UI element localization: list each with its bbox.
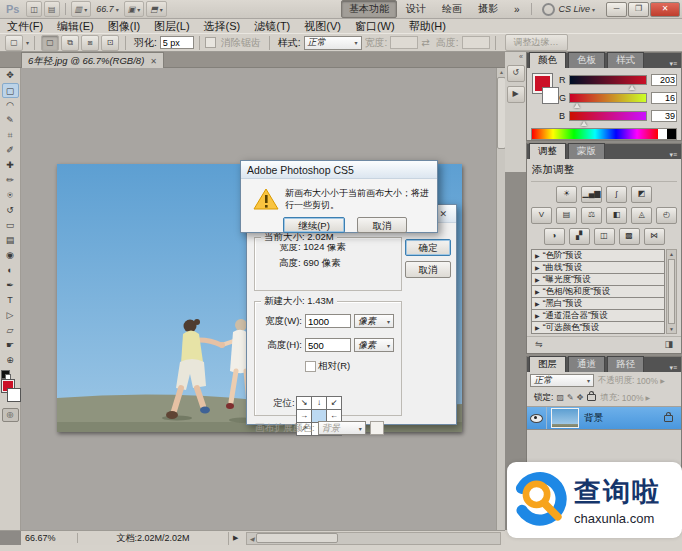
close-button[interactable]: ✕ [650,2,680,17]
black-swatch[interactable] [667,129,676,139]
expand-icon[interactable]: ▶ [535,324,540,331]
mini-bridge-icon[interactable]: ▤ [44,1,60,17]
zoom-level-box[interactable]: 66.7▾ [92,3,123,16]
tab-masks[interactable]: 蒙版 [568,143,605,159]
tab-swatches[interactable]: 色板 [568,52,605,68]
expand-icon[interactable]: ▶ [535,312,540,319]
brightness-contrast-icon[interactable]: ☀ [556,186,577,203]
cs-live-button[interactable]: CS Live▾ [542,3,595,16]
red-value-input[interactable] [651,74,677,86]
expanded-view-icon[interactable]: ◨ [664,339,673,349]
warning-titlebar[interactable]: Adobe Photoshop CS5 [241,161,437,179]
gradient-tool[interactable]: ▤ [2,233,19,248]
horizontal-scrollbar[interactable]: ◀ [246,532,501,545]
continue-button[interactable]: 继续(P) [283,217,345,233]
layer-row-background[interactable]: 背景 [527,407,681,430]
collapse-panels-icon[interactable]: « [505,52,526,61]
crop-tool[interactable]: ⌗ [2,128,19,143]
selection-add-icon[interactable]: ⧉ [61,35,79,51]
width-input[interactable] [390,36,418,49]
swap-dimensions-icon[interactable]: ⇄ [421,37,429,48]
tool-preset-icon[interactable]: ▢ [5,35,23,51]
visibility-cell[interactable] [527,407,547,429]
anchor-top[interactable]: ↓ [311,396,327,410]
opacity-arrow-icon[interactable]: ▶ [660,377,665,384]
panel-menu-icon[interactable]: ▾≡ [665,60,681,68]
fill-value[interactable]: 100% [622,393,644,403]
tab-channels[interactable]: 通道 [568,356,605,372]
cancel-button[interactable]: 取消 [405,261,451,278]
antialias-checkbox[interactable] [205,37,216,48]
vibrance-icon[interactable]: V [531,207,552,224]
expand-icon[interactable]: ▶ [535,252,540,259]
document-tab[interactable]: 6年轻.jpg @ 66.7%(RGB/8) ✕ [21,52,164,69]
type-tool[interactable]: T [2,293,19,308]
green-value-input[interactable] [651,92,677,104]
menu-layer[interactable]: 图层(L) [147,19,196,34]
lock-transparency-icon[interactable]: ▨ [556,393,564,402]
tab-color[interactable]: 颜色 [529,52,566,68]
spectrum[interactable] [532,129,658,139]
scrollbar-thumb[interactable] [668,259,675,324]
menu-help[interactable]: 帮助(H) [402,19,453,34]
move-tool[interactable]: ✥ [2,68,19,83]
panel-menu-icon[interactable]: ▾≡ [665,151,681,159]
selection-subtract-icon[interactable]: ⧈ [81,35,99,51]
shape-tool[interactable]: ▱ [2,323,19,338]
view-extras-icon[interactable]: ▥▾ [71,1,92,17]
eye-icon[interactable] [530,414,543,423]
scroll-up-icon[interactable]: ▲ [669,250,674,258]
anchor-top-left[interactable]: ↘ [296,396,312,410]
slider-thumb[interactable] [629,85,635,90]
selection-intersect-icon[interactable]: ⊡ [101,35,119,51]
anchor-top-right[interactable]: ↙ [326,396,342,410]
quick-selection-tool[interactable]: ✎ [2,113,19,128]
tab-adjustments[interactable]: 调整 [529,143,566,159]
menu-edit[interactable]: 编辑(E) [50,19,101,34]
ok-button[interactable]: 确定 [405,239,451,256]
zoom-tool[interactable]: ⊕ [2,353,19,368]
scroll-down-icon[interactable]: ▼ [669,325,674,333]
workspace-essentials[interactable]: 基本功能 [341,0,397,18]
warning-cancel-button[interactable]: 取消 [357,217,407,233]
lock-pixels-icon[interactable]: ✎ [567,393,574,402]
style-select[interactable]: 正常▾ [304,36,362,50]
panel-menu-icon[interactable]: ▾≡ [665,364,681,372]
blend-mode-select[interactable]: 正常▾ [530,374,594,387]
levels-icon[interactable]: ▁▄▆ [581,186,602,203]
dialog-close-icon[interactable]: ✕ [436,209,450,219]
new-width-input[interactable] [305,314,351,328]
tab-layers[interactable]: 图层 [529,356,566,372]
lock-position-icon[interactable]: ✥ [577,393,584,402]
width-unit-select[interactable]: 像素▾ [354,314,394,328]
new-height-input[interactable] [305,338,351,352]
scroll-left-icon[interactable]: ◀ [247,535,256,542]
relative-checkbox[interactable] [305,361,316,372]
preset-selective-color[interactable]: ▶“可选颜色”预设 [531,321,665,334]
workspace-overflow-button[interactable]: » [507,3,527,16]
spot-healing-brush-tool[interactable]: ✚ [2,158,19,173]
menu-view[interactable]: 视图(V) [297,19,348,34]
history-brush-tool[interactable]: ↺ [2,203,19,218]
extension-color-swatch[interactable] [370,421,384,435]
rectangular-marquee-tool[interactable]: ▢ [2,83,19,98]
background-color-swatch[interactable] [542,87,559,104]
black-white-icon[interactable]: ◧ [606,207,627,224]
quick-mask-button[interactable]: ◎ [2,408,19,422]
clone-stamp-tool[interactable]: ⍟ [2,188,19,203]
dodge-tool[interactable]: ◐ [2,263,19,278]
gradient-map-icon[interactable]: ▩ [619,228,640,245]
path-selection-tool[interactable]: ▷ [2,308,19,323]
lock-all-icon[interactable] [587,394,596,401]
channel-mixer-icon[interactable]: ◴ [656,207,677,224]
feather-input[interactable] [160,36,194,49]
blue-slider[interactable] [569,111,647,121]
lasso-tool[interactable]: ◠ [2,98,19,113]
pen-tool[interactable]: ✒ [2,278,19,293]
blue-value-input[interactable] [651,110,677,122]
invert-icon[interactable]: ◑ [544,228,565,245]
selection-new-icon[interactable]: ▢ [41,35,59,51]
menu-image[interactable]: 图像(I) [101,19,147,34]
restore-button[interactable]: ❐ [628,2,649,17]
screen-mode-icon[interactable]: ⬒▾ [146,1,167,17]
